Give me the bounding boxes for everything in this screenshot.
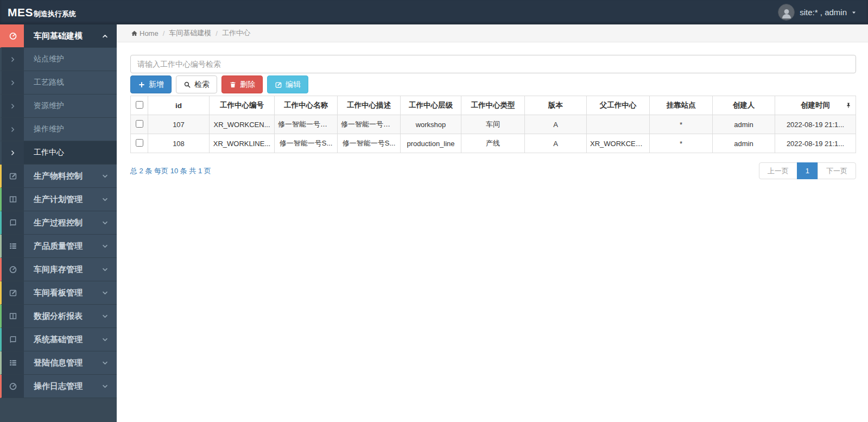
column-header-parent: 父工作中心 xyxy=(587,96,650,115)
sidebar-item-resource-maintenance[interactable]: 资源维护 xyxy=(0,95,117,118)
main-panel: Home / 车间基础建模 / 工作中心 新增 检索 删除 xyxy=(117,24,868,422)
edit-icon xyxy=(2,165,24,187)
cell-level: production_line xyxy=(401,134,461,153)
sidebar-section-workshop-basic-modeling[interactable]: 车间基础建模 xyxy=(0,24,117,48)
caret-down-icon xyxy=(851,9,857,16)
sidebar-section-label: 车间基础建模 xyxy=(34,31,83,41)
row-checkbox[interactable] xyxy=(136,120,143,128)
row-checkbox[interactable] xyxy=(136,139,143,147)
cell-created-time: 2022-08-19 21:1... xyxy=(775,115,856,134)
cell-creator: admin xyxy=(713,115,775,134)
delete-button-label: 删除 xyxy=(240,80,255,90)
chevron-down-icon xyxy=(102,243,109,250)
sidebar-section-production-plan-management[interactable]: 生产计划管理 xyxy=(0,188,117,211)
sidebar-section-label: 数据分析报表 xyxy=(34,311,83,322)
chevron-right-icon xyxy=(2,141,24,164)
cell-code: XR_WORKCEN... xyxy=(210,115,275,134)
columns-icon xyxy=(2,188,24,211)
cell-site: * xyxy=(650,115,713,134)
pagination-summary: 总 2 条 每页 10 条 共 1 页 xyxy=(130,166,211,176)
breadcrumb-section[interactable]: 车间基础建模 xyxy=(169,28,211,38)
trash-icon xyxy=(229,81,237,89)
next-page-button[interactable]: 下一页 xyxy=(818,162,856,179)
chevron-down-icon xyxy=(102,196,109,203)
cell-name: 修一智能一号车间 xyxy=(275,115,338,134)
sidebar: 车间基础建模 站点维护 工艺路线 资源维护 操作维护 工作中心 生产物料控制 xyxy=(0,24,117,422)
sidebar-section-production-material-control[interactable]: 生产物料控制 xyxy=(0,165,117,188)
delete-button[interactable]: 删除 xyxy=(221,75,263,93)
cell-type: 车间 xyxy=(461,115,525,134)
breadcrumb-separator: / xyxy=(163,29,165,37)
sidebar-section-workshop-kanban-management[interactable]: 车间看板管理 xyxy=(0,281,117,305)
sidebar-section-system-basic-management[interactable]: 系统基础管理 xyxy=(0,328,117,351)
dashboard-icon xyxy=(2,24,24,47)
search-input[interactable] xyxy=(130,55,856,73)
column-header-name: 工作中心名称 xyxy=(275,96,338,115)
breadcrumb-home[interactable]: Home xyxy=(140,29,159,37)
edit-button[interactable]: 编辑 xyxy=(267,75,308,93)
add-button[interactable]: 新增 xyxy=(130,75,172,93)
sidebar-section-workshop-inventory-management[interactable]: 车间库存管理 xyxy=(0,258,117,281)
sidebar-section-label: 系统基础管理 xyxy=(34,335,83,345)
column-header-creator: 创建人 xyxy=(713,96,775,115)
prev-page-button[interactable]: 上一页 xyxy=(759,162,797,179)
select-all-cell xyxy=(131,96,148,115)
sidebar-item-work-center[interactable]: 工作中心 xyxy=(0,141,117,165)
sidebar-section-data-analysis-report[interactable]: 数据分析报表 xyxy=(0,305,117,328)
sidebar-section-label: 产品质量管理 xyxy=(34,241,83,251)
sidebar-section-label: 生产过程控制 xyxy=(34,218,83,228)
toolbar: 新增 检索 删除 编辑 xyxy=(130,75,856,93)
content-area: 新增 检索 删除 编辑 xyxy=(117,42,868,179)
sidebar-section-label: 生产物料控制 xyxy=(34,171,83,181)
topbar: MES 制造执行系统 site:* , admin xyxy=(0,0,868,24)
column-header-description: 工作中心描述 xyxy=(338,96,401,115)
sidebar-section-label: 登陆信息管理 xyxy=(34,358,83,368)
user-menu[interactable]: site:* , admin xyxy=(778,4,857,21)
book-icon xyxy=(2,211,24,234)
cell-name: 修一智能一号S... xyxy=(275,134,338,153)
column-header-level: 工作中心层级 xyxy=(401,96,461,115)
dashboard-icon xyxy=(2,258,24,281)
list-icon xyxy=(2,351,24,374)
chevron-down-icon xyxy=(102,266,109,273)
select-all-checkbox[interactable] xyxy=(136,101,143,109)
column-header-code: 工作中心编号 xyxy=(210,96,275,115)
column-header-created-time: 创建时间 xyxy=(775,96,856,115)
sidebar-section-login-info-management[interactable]: 登陆信息管理 xyxy=(0,351,117,375)
sidebar-item-process-route[interactable]: 工艺路线 xyxy=(0,71,117,95)
table-row: 108 XR_WORKLINE... 修一智能一号S... 修一智能一号S...… xyxy=(131,134,856,153)
cell-type: 产线 xyxy=(461,134,525,153)
sidebar-section-product-quality-management[interactable]: 产品质量管理 xyxy=(0,235,117,258)
cell-id: 107 xyxy=(148,115,210,134)
sidebar-section-production-process-control[interactable]: 生产过程控制 xyxy=(0,211,117,235)
table-header-row: id 工作中心编号 工作中心名称 工作中心描述 工作中心层级 工作中心类型 版本… xyxy=(131,96,856,115)
cell-description: 修一智能一号S... xyxy=(338,134,401,153)
book-icon xyxy=(2,328,24,351)
pagination: 上一页 1 下一页 xyxy=(759,162,856,179)
cell-code: XR_WORKLINE... xyxy=(210,134,275,153)
user-label: site:* , admin xyxy=(800,8,847,17)
sidebar-section-operation-log-management[interactable]: 操作日志管理 xyxy=(0,375,117,398)
sidebar-item-station-maintenance[interactable]: 站点维护 xyxy=(0,48,117,71)
chevron-down-icon xyxy=(102,173,109,180)
sidebar-section-label: 操作日志管理 xyxy=(34,381,83,392)
sidebar-section-label: 车间库存管理 xyxy=(34,264,83,275)
pushpin-icon[interactable] xyxy=(845,102,852,109)
page-1-button[interactable]: 1 xyxy=(797,162,818,179)
column-header-id: id xyxy=(148,96,210,115)
plus-icon xyxy=(138,81,145,89)
chevron-down-icon xyxy=(102,383,109,390)
sidebar-item-label: 资源维护 xyxy=(34,101,64,111)
sidebar-item-operation-maintenance[interactable]: 操作维护 xyxy=(0,118,117,141)
list-icon xyxy=(2,235,24,257)
home-icon xyxy=(131,30,138,37)
chevron-down-icon xyxy=(102,336,109,343)
cell-creator: admin xyxy=(713,134,775,153)
sidebar-filler xyxy=(0,398,117,422)
sidebar-item-label: 操作维护 xyxy=(34,124,64,134)
chevron-right-icon xyxy=(2,71,24,94)
search-button[interactable]: 检索 xyxy=(176,75,217,93)
cell-level: workshop xyxy=(401,115,461,134)
add-button-label: 新增 xyxy=(149,80,164,90)
breadcrumb-separator: / xyxy=(216,29,218,37)
